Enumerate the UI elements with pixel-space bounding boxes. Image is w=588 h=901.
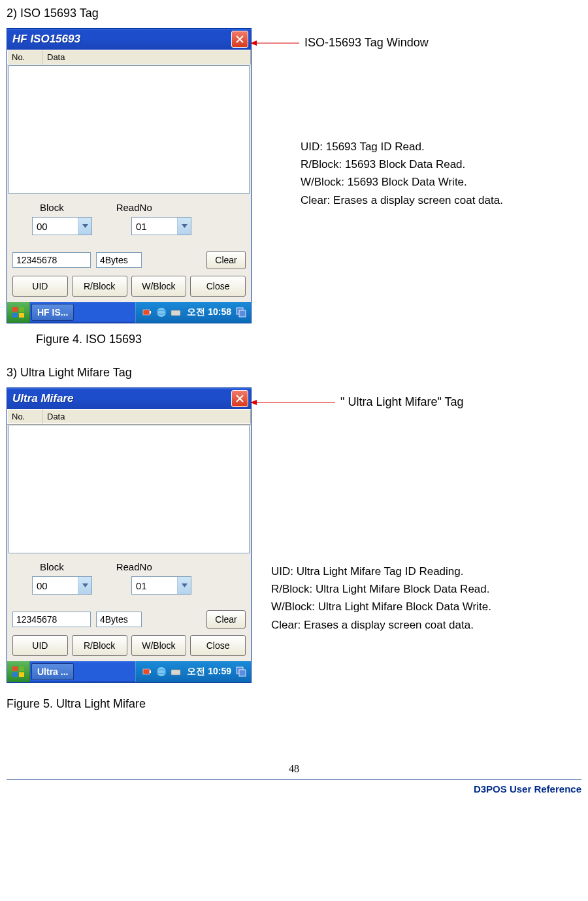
figure-caption: Figure 5. Ultra Light Mifare bbox=[7, 697, 581, 711]
window-title: Ultra Mifare bbox=[12, 392, 74, 405]
readno-combo[interactable]: 01 bbox=[131, 217, 191, 235]
svg-rect-20 bbox=[171, 670, 180, 675]
svg-rect-10 bbox=[239, 310, 246, 317]
svg-rect-1 bbox=[19, 307, 24, 312]
network-icon[interactable] bbox=[155, 306, 167, 318]
close-icon[interactable] bbox=[231, 31, 248, 48]
svg-rect-8 bbox=[171, 310, 180, 316]
readno-combo[interactable]: 01 bbox=[131, 576, 191, 595]
keyboard-icon[interactable] bbox=[170, 666, 182, 678]
block-combo[interactable]: 00 bbox=[32, 576, 92, 595]
block-value: 00 bbox=[33, 580, 78, 591]
data-list[interactable] bbox=[8, 425, 250, 553]
page-number: 48 bbox=[7, 763, 581, 775]
svg-rect-13 bbox=[19, 666, 24, 671]
label-block: Block bbox=[40, 202, 64, 213]
desc-line: Clear: Erases a display screen coat data… bbox=[271, 616, 581, 634]
hex-input[interactable] bbox=[12, 252, 91, 268]
wblock-button[interactable]: W/Block bbox=[131, 635, 187, 656]
description-block: UID: Ultra Light Mifare Tag ID Reading. … bbox=[271, 563, 581, 634]
section-2-heading: 3) Ultra Light Mifare Tag bbox=[7, 366, 581, 380]
svg-point-18 bbox=[157, 667, 166, 676]
uid-button[interactable]: UID bbox=[12, 276, 68, 297]
column-no: No. bbox=[7, 50, 42, 65]
rblock-button[interactable]: R/Block bbox=[72, 276, 127, 297]
desc-line: W/Block: 15693 Block Data Write. bbox=[301, 173, 581, 191]
block-combo[interactable]: 00 bbox=[32, 217, 92, 235]
desc-line: W/Block: Ultra Light Mifare Block Data W… bbox=[271, 598, 581, 615]
window-title: HF ISO15693 bbox=[12, 33, 80, 46]
taskbar-item[interactable]: HF IS... bbox=[31, 304, 74, 321]
column-data: Data bbox=[42, 50, 251, 65]
figure-caption: Figure 4. ISO 15693 bbox=[36, 333, 581, 346]
section-1-heading: 2) ISO 15693 Tag bbox=[7, 7, 581, 20]
chevron-down-icon[interactable] bbox=[78, 577, 91, 594]
hex-input[interactable] bbox=[12, 612, 91, 627]
clear-button[interactable]: Clear bbox=[206, 610, 246, 629]
start-button[interactable] bbox=[7, 661, 30, 682]
system-tray: 오전 10:59 bbox=[135, 661, 251, 682]
svg-rect-3 bbox=[19, 313, 24, 318]
svg-rect-22 bbox=[239, 670, 246, 676]
desc-line: R/Block: 15693 Block Data Read. bbox=[301, 156, 581, 173]
table-header: No. Data bbox=[7, 409, 251, 425]
desktop-icon[interactable] bbox=[235, 306, 247, 318]
chevron-down-icon[interactable] bbox=[177, 218, 191, 235]
svg-rect-17 bbox=[150, 670, 151, 673]
desc-line: UID: Ultra Light Mifare Tag ID Reading. bbox=[271, 563, 581, 580]
uid-button[interactable]: UID bbox=[12, 635, 68, 656]
titlebar: Ultra Mifare bbox=[7, 388, 251, 409]
data-list[interactable] bbox=[8, 65, 250, 194]
footer-reference: D3POS User Reference bbox=[7, 783, 581, 795]
svg-rect-5 bbox=[150, 311, 151, 314]
arrow-icon bbox=[250, 399, 335, 406]
label-block: Block bbox=[40, 561, 64, 572]
close-button[interactable]: Close bbox=[190, 276, 246, 297]
callout-label: ISO-15693 Tag Window bbox=[304, 36, 429, 50]
windows-logo-icon bbox=[12, 306, 25, 318]
footer-rule bbox=[7, 779, 581, 779]
system-tray: 오전 10:58 bbox=[135, 302, 251, 323]
start-button[interactable] bbox=[7, 302, 30, 323]
iso15693-window: HF ISO15693 No. Data Block ReadNo 00 bbox=[7, 28, 252, 323]
table-header: No. Data bbox=[7, 50, 251, 65]
svg-point-6 bbox=[157, 308, 166, 317]
keyboard-icon[interactable] bbox=[170, 306, 182, 318]
clock[interactable]: 오전 10:59 bbox=[187, 666, 231, 678]
desktop-icon[interactable] bbox=[235, 666, 247, 678]
desc-line: R/Block: Ultra Light Mifare Block Data R… bbox=[271, 580, 581, 598]
ultra-mifare-window: Ultra Mifare No. Data Block ReadNo 00 bbox=[7, 387, 252, 683]
svg-rect-16 bbox=[143, 669, 150, 674]
desc-line: UID: 15693 Tag ID Read. bbox=[301, 138, 581, 156]
readno-value: 01 bbox=[132, 221, 177, 232]
taskbar-item[interactable]: Ultra ... bbox=[31, 663, 74, 680]
readno-value: 01 bbox=[132, 580, 177, 591]
rblock-button[interactable]: R/Block bbox=[72, 635, 127, 656]
bytes-input[interactable] bbox=[96, 252, 142, 268]
svg-rect-4 bbox=[143, 310, 150, 315]
arrow-icon bbox=[250, 39, 299, 47]
description-block: UID: 15693 Tag ID Read. R/Block: 15693 B… bbox=[301, 138, 581, 209]
bytes-input[interactable] bbox=[96, 612, 142, 627]
wblock-button[interactable]: W/Block bbox=[131, 276, 187, 297]
chevron-down-icon[interactable] bbox=[78, 218, 91, 235]
network-icon[interactable] bbox=[155, 666, 167, 678]
column-data: Data bbox=[42, 409, 251, 424]
titlebar: HF ISO15693 bbox=[7, 29, 251, 50]
clock[interactable]: 오전 10:58 bbox=[187, 306, 231, 318]
close-icon[interactable] bbox=[231, 390, 248, 407]
clear-button[interactable]: Clear bbox=[206, 251, 246, 269]
taskbar: HF IS... 오전 10:58 bbox=[7, 302, 251, 323]
svg-rect-2 bbox=[12, 313, 18, 318]
label-readno: ReadNo bbox=[116, 202, 152, 213]
close-button[interactable]: Close bbox=[190, 635, 246, 656]
battery-icon[interactable] bbox=[141, 306, 153, 318]
block-value: 00 bbox=[33, 221, 78, 232]
svg-rect-12 bbox=[12, 666, 18, 671]
callout-label: " Ultra Light Mifare" Tag bbox=[340, 395, 464, 409]
svg-rect-14 bbox=[12, 672, 18, 677]
column-no: No. bbox=[7, 409, 42, 424]
desc-line: Clear: Erases a display screen coat data… bbox=[301, 191, 581, 209]
battery-icon[interactable] bbox=[141, 666, 153, 678]
chevron-down-icon[interactable] bbox=[177, 577, 191, 594]
